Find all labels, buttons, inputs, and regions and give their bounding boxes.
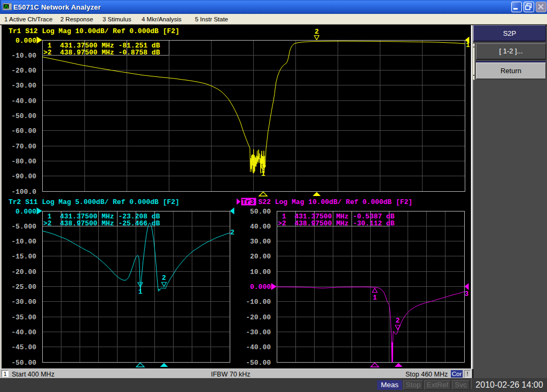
svg-text:-40.00: -40.00 bbox=[11, 97, 36, 105]
svg-text:2: 2 bbox=[396, 317, 400, 325]
svg-text:Tr3: Tr3 bbox=[242, 198, 255, 206]
svg-text:-50.00: -50.00 bbox=[246, 359, 271, 367]
svg-text:30.00: 30.00 bbox=[250, 238, 271, 246]
svg-text:Tr2 S11 Log Mag 5.000dB/ Ref 0: Tr2 S11 Log Mag 5.000dB/ Ref 0.000dB [F2… bbox=[9, 198, 179, 206]
svg-text:-10.00: -10.00 bbox=[11, 52, 36, 60]
svg-text:50.00: 50.00 bbox=[250, 208, 271, 216]
svg-text:-80.00: -80.00 bbox=[11, 158, 36, 166]
svg-text:S22 Log Mag 10.00dB/ Ref 0.000: S22 Log Mag 10.00dB/ Ref 0.000dB [F2] bbox=[259, 198, 413, 206]
svg-text:2: 2 bbox=[230, 229, 235, 237]
svg-text:10.00: 10.00 bbox=[250, 268, 271, 276]
svg-text:2: 2 bbox=[315, 28, 319, 36]
svg-text:-70.00: -70.00 bbox=[11, 143, 36, 151]
svg-text:-10.00: -10.00 bbox=[11, 238, 36, 246]
svg-text:-60.00: -60.00 bbox=[11, 127, 36, 135]
svg-text:1: 1 bbox=[373, 294, 377, 302]
svg-text:2: 2 bbox=[162, 274, 166, 282]
svg-text:-40.00: -40.00 bbox=[11, 328, 36, 336]
svg-text:-90.00: -90.00 bbox=[11, 173, 36, 181]
svg-text:-30.00: -30.00 bbox=[11, 298, 36, 306]
svg-text:-20.00: -20.00 bbox=[11, 268, 36, 276]
svg-text:20.00: 20.00 bbox=[250, 253, 271, 261]
svg-text:>2 438.97500 MHz -30.112 dB: >2 438.97500 MHz -30.112 dB bbox=[278, 219, 395, 228]
svg-text:-30.00: -30.00 bbox=[11, 82, 36, 90]
svg-text:-45.00: -45.00 bbox=[11, 343, 36, 351]
svg-text:-5.000: -5.000 bbox=[11, 223, 36, 231]
svg-text:-20.00: -20.00 bbox=[11, 67, 36, 75]
svg-text:3: 3 bbox=[465, 290, 469, 298]
svg-text:1: 1 bbox=[466, 41, 470, 49]
svg-text:-20.00: -20.00 bbox=[246, 313, 271, 322]
svg-text:0.000: 0.000 bbox=[15, 37, 36, 45]
svg-text:-100.0: -100.0 bbox=[11, 188, 36, 196]
svg-text:0.000: 0.000 bbox=[250, 283, 271, 291]
svg-text:-40.00: -40.00 bbox=[246, 343, 271, 351]
svg-text:-35.00: -35.00 bbox=[11, 313, 36, 322]
svg-text:-25.00: -25.00 bbox=[11, 283, 36, 291]
svg-text:>2 438.97500 MHz -0.8758 dB: >2 438.97500 MHz -0.8758 dB bbox=[43, 49, 160, 57]
svg-text:-10.00: -10.00 bbox=[246, 298, 271, 306]
svg-text:-50.00: -50.00 bbox=[11, 359, 36, 367]
svg-text:-50.00: -50.00 bbox=[11, 112, 36, 120]
svg-text:1: 1 bbox=[261, 170, 265, 178]
svg-text:0.000: 0.000 bbox=[15, 208, 36, 216]
svg-text:Tr1 S12 Log Mag 10.00dB/ Ref 0: Tr1 S12 Log Mag 10.00dB/ Ref 0.000dB [F2… bbox=[9, 27, 179, 35]
svg-text:-15.00: -15.00 bbox=[11, 253, 36, 261]
svg-text:>2 438.97500 MHz -25.466 dB: >2 438.97500 MHz -25.466 dB bbox=[43, 219, 160, 228]
svg-text:-30.00: -30.00 bbox=[246, 328, 271, 336]
svg-text:1: 1 bbox=[138, 288, 143, 296]
svg-text:40.00: 40.00 bbox=[250, 223, 271, 231]
